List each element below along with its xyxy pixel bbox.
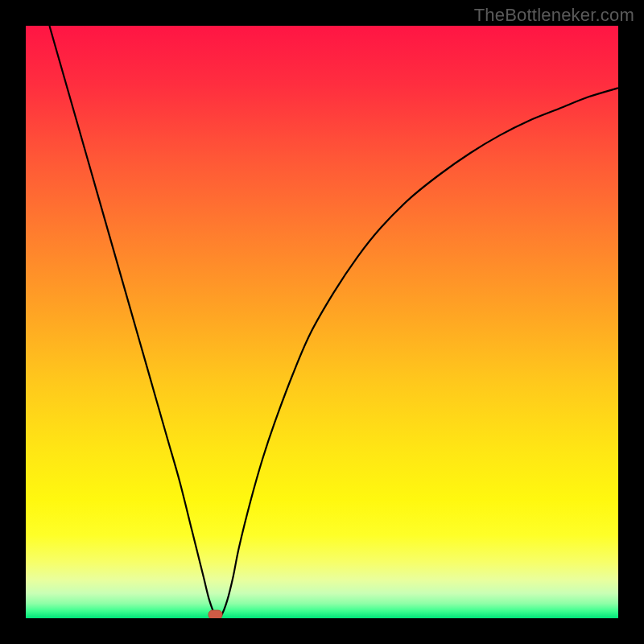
- plot-area: [26, 26, 618, 618]
- gradient-background: [26, 26, 618, 618]
- chart-frame: TheBottleneker.com: [0, 0, 644, 644]
- bottleneck-chart: [26, 26, 618, 618]
- watermark-text: TheBottleneker.com: [474, 5, 634, 26]
- optimum-marker: [208, 610, 222, 618]
